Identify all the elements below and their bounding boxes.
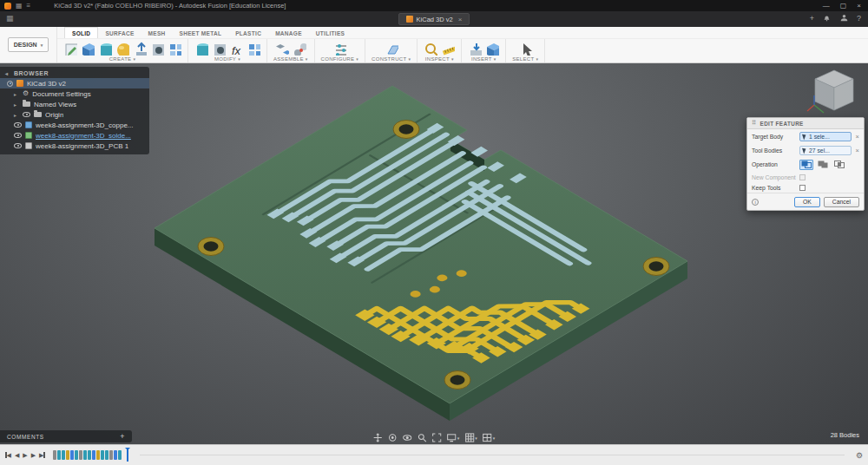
drag-grip-icon[interactable]: ⠿	[752, 120, 757, 127]
clear-selection-icon[interactable]: ×	[856, 133, 859, 141]
timeline-feature-icon[interactable]	[53, 450, 56, 460]
group-label-configure[interactable]: CONFIGURE▾	[321, 56, 359, 62]
create-sketch-icon[interactable]	[63, 42, 77, 56]
group-label-select[interactable]: SELECT▾	[512, 56, 538, 62]
minimize-icon[interactable]: —	[823, 2, 830, 10]
timeline-feature-icon[interactable]	[57, 450, 61, 460]
tab-mesh[interactable]: MESH	[141, 28, 173, 38]
timeline-feature-icon[interactable]	[105, 450, 108, 460]
chevron-right-icon[interactable]: ▸	[14, 91, 19, 97]
close-tab-icon[interactable]: ×	[458, 16, 463, 23]
timeline-feature-icon[interactable]	[83, 450, 87, 460]
data-panel-icon[interactable]: ▦	[6, 15, 14, 23]
visibility-eye-icon[interactable]	[14, 122, 22, 128]
skip-start-icon[interactable]: ◀	[5, 452, 11, 459]
group-label-create[interactable]: CREATE▾	[109, 56, 136, 62]
browser-item-copper-body[interactable]: week8-assignment-3D_coppe...	[0, 120, 149, 130]
grid-settings-icon[interactable]: ▾	[464, 433, 477, 442]
measure-icon[interactable]	[441, 42, 455, 56]
user-icon[interactable]	[839, 13, 849, 23]
info-icon[interactable]: i	[752, 199, 759, 206]
help-icon[interactable]: ?	[857, 14, 861, 23]
timeline-feature-icon[interactable]	[70, 450, 74, 460]
close-icon[interactable]: ×	[857, 2, 861, 10]
view-cube[interactable]	[806, 65, 863, 119]
display-settings-icon[interactable]: ▾	[447, 433, 460, 442]
target-body-selection-chip[interactable]: 1 sele...	[799, 132, 852, 141]
group-label-construct[interactable]: CONSTRUCT▾	[372, 56, 411, 62]
cancel-button[interactable]: Cancel	[824, 197, 859, 207]
browser-item-root[interactable]: KiCad 3D v2	[0, 78, 149, 88]
tab-plastic[interactable]: PLASTIC	[228, 28, 268, 38]
pan-icon[interactable]	[373, 433, 383, 442]
box-icon[interactable]	[81, 42, 95, 56]
timeline-feature-icon[interactable]	[62, 450, 65, 460]
zoom-icon[interactable]	[418, 433, 427, 442]
chevron-right-icon[interactable]: ▸	[14, 112, 19, 118]
operation-join-icon[interactable]	[816, 160, 830, 170]
notification-bell-icon[interactable]	[822, 13, 832, 23]
construction-plane-icon[interactable]	[385, 42, 398, 56]
timeline-feature-icon[interactable]	[118, 450, 122, 460]
visibility-eye-icon[interactable]	[14, 143, 22, 148]
timeline-feature-icon[interactable]	[88, 450, 91, 460]
hole-icon[interactable]	[150, 42, 164, 56]
timeline-feature-icon[interactable]	[92, 450, 95, 460]
tab-sheet-metal[interactable]: SHEET METAL	[173, 28, 229, 38]
comments-bar[interactable]: COMMENTS +	[0, 430, 132, 442]
timeline-feature-icon[interactable]	[75, 450, 78, 460]
inspect-icon[interactable]	[424, 42, 437, 56]
skip-end-icon[interactable]: ▶	[39, 452, 45, 459]
change-parameters-icon[interactable]	[229, 42, 243, 56]
browser-item-origin[interactable]: ▸ Origin	[0, 109, 149, 120]
timeline-feature-icon[interactable]	[101, 450, 104, 460]
orbit-icon[interactable]	[388, 433, 398, 442]
joint-icon[interactable]	[293, 42, 306, 56]
timeline-feature-icon[interactable]	[96, 450, 100, 460]
tab-utilities[interactable]: UTILITIES	[309, 28, 352, 38]
group-label-inspect[interactable]: INSPECT▾	[425, 56, 454, 62]
browser-item-solder-body[interactable]: week8-assignment-3D_solde...	[0, 130, 149, 141]
operation-cut-icon[interactable]	[799, 160, 813, 170]
insert-mesh-icon[interactable]	[485, 42, 499, 56]
visibility-eye-icon[interactable]	[14, 133, 22, 138]
group-label-modify[interactable]: MODIFY▾	[214, 56, 240, 62]
clear-selection-icon[interactable]: ×	[856, 147, 859, 154]
new-component-icon[interactable]	[275, 42, 289, 56]
browser-header[interactable]: ◂ BROWSER	[0, 69, 149, 78]
tab-solid[interactable]: SOLID	[64, 27, 98, 38]
sphere-icon[interactable]	[115, 42, 129, 56]
workspace-switcher-button[interactable]: DESIGN ▾	[8, 37, 49, 52]
settings-gear-icon[interactable]: ⚙	[856, 451, 863, 460]
add-tab-icon[interactable]: +	[810, 14, 814, 23]
ok-button[interactable]: OK	[794, 197, 820, 207]
browser-item-document-settings[interactable]: ▸ ⚙ Document Settings	[0, 88, 149, 99]
browser-item-named-views[interactable]: ▸ Named Views	[0, 99, 149, 109]
timeline-feature-icon[interactable]	[114, 450, 117, 460]
collapse-panel-icon[interactable]: ◂	[5, 70, 10, 76]
chevron-right-icon[interactable]: ▸	[14, 102, 19, 108]
app-grid-menu-icon[interactable]: ▦	[16, 3, 23, 10]
step-forward-icon[interactable]: ▶	[31, 452, 36, 459]
browser-item-pcb-component[interactable]: week8-assignment-3D_PCB 1	[0, 141, 149, 151]
modify-pattern-icon[interactable]	[247, 42, 260, 56]
maximize-icon[interactable]: ▢	[840, 2, 847, 10]
visibility-eye-icon[interactable]	[23, 112, 30, 117]
timeline-feature-icon[interactable]	[109, 450, 113, 460]
select-icon[interactable]	[518, 42, 532, 56]
extrude-icon[interactable]	[133, 42, 147, 56]
timeline-playhead[interactable]	[127, 449, 129, 462]
timeline-track[interactable]	[140, 455, 844, 455]
configure-icon[interactable]	[332, 42, 346, 56]
document-tab[interactable]: KiCad 3D v2 ×	[398, 13, 470, 25]
group-label-assemble[interactable]: ASSEMBLE▾	[273, 56, 308, 62]
dialog-header[interactable]: ⠿ EDIT FEATURE	[747, 118, 864, 129]
insert-icon[interactable]	[468, 42, 482, 56]
group-label-insert[interactable]: INSERT▾	[471, 56, 496, 62]
tab-surface[interactable]: SURFACE	[98, 28, 141, 38]
tab-manage[interactable]: MANAGE	[268, 28, 309, 38]
operation-intersect-icon[interactable]	[832, 160, 846, 170]
play-icon[interactable]: ▶	[23, 452, 27, 459]
active-component-radio-icon[interactable]	[7, 81, 13, 87]
shell-icon[interactable]	[212, 42, 226, 56]
